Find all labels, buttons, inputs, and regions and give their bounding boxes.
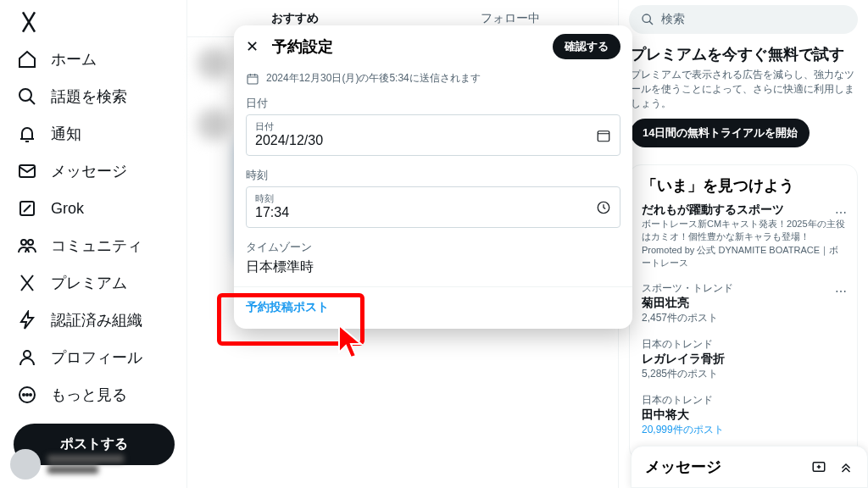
time-input[interactable]: 時刻 17:34 xyxy=(246,186,620,228)
scheduled-info-text: 2024年12月30日(月)の午後5:34に送信されます xyxy=(266,71,481,86)
schedule-modal: ✕ 予約設定 確認する 2024年12月30日(月)の午後5:34に送信されます… xyxy=(234,25,632,329)
date-input[interactable]: 日付 2024/12/30 xyxy=(246,114,620,156)
svg-rect-13 xyxy=(598,130,609,141)
timezone-label: タイムゾーン xyxy=(246,240,620,255)
date-section-label: 日付 xyxy=(246,96,620,111)
close-icon[interactable]: ✕ xyxy=(246,37,259,56)
time-section-label: 時刻 xyxy=(246,168,620,183)
calendar-send-icon xyxy=(246,72,259,86)
clock-icon xyxy=(596,200,611,215)
modal-title: 予約設定 xyxy=(272,36,539,57)
svg-rect-12 xyxy=(248,75,258,84)
scheduled-posts-link[interactable]: 予約投稿ポスト xyxy=(246,300,329,313)
confirm-button[interactable]: 確認する xyxy=(553,34,620,59)
calendar-icon xyxy=(596,128,611,143)
timezone-value: 日本標準時 xyxy=(246,258,620,276)
